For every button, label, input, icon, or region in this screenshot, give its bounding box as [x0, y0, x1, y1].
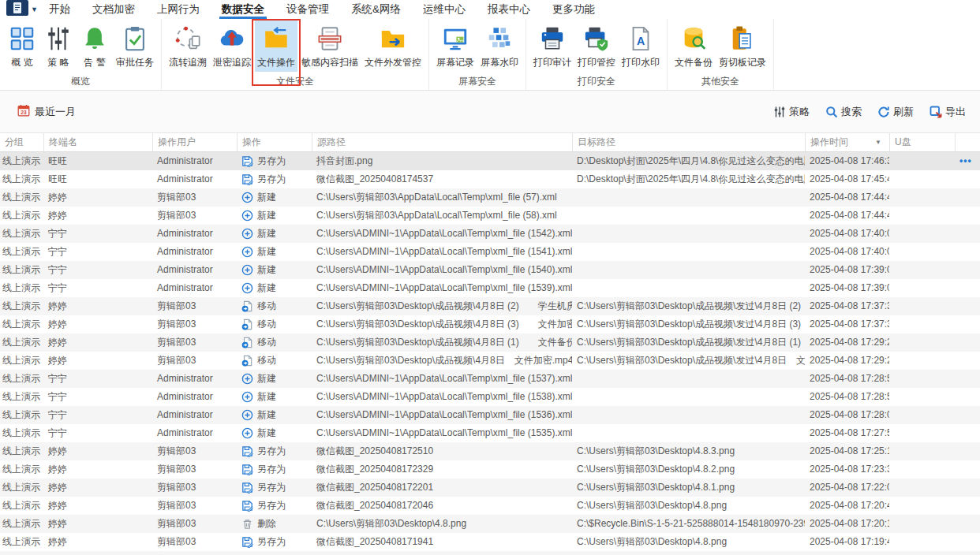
ribbon-button-screen-watermark[interactable]: 屏幕水印 — [478, 20, 521, 72]
cell-target — [572, 279, 805, 297]
table-row[interactable]: 线上演示旺旺Administrator另存为微信截图_2025040817453… — [0, 170, 980, 188]
operation-label: 新建 — [257, 426, 276, 440]
table-row[interactable]: 线上演示宁宁Administrator新建C:\Users\ADMINI~1\A… — [0, 279, 980, 297]
cell-time: 2025-04-08 17:39:03 — [805, 279, 889, 297]
table-row[interactable]: 线上演示宁宁Administrator新建C:\Users\ADMINI~1\A… — [0, 243, 980, 261]
ribbon-button-file-operations[interactable]: 文件操作 — [255, 20, 297, 72]
new-operation-icon — [241, 427, 253, 439]
ribbon-button-clipboard-record[interactable]: 剪切板记录 — [716, 20, 769, 72]
operation-label: 另存为 — [257, 155, 286, 168]
ribbon-button-print-audit[interactable]: 打印审计 — [531, 20, 574, 72]
operation-label: 新建 — [257, 390, 276, 404]
cell-op: 新建 — [237, 388, 312, 406]
operation-label: 移动 — [257, 300, 276, 313]
move-operation-icon — [241, 355, 253, 367]
column-header-source[interactable]: 源路径 — [312, 133, 572, 151]
operation-label: 另存为 — [257, 481, 286, 494]
ribbon-button-policy[interactable]: 策 略 — [41, 20, 76, 72]
ribbon-button-file-backup[interactable]: 文件备份 — [672, 20, 715, 72]
cell-usb — [889, 460, 955, 479]
table-row[interactable]: 线上演示宁宁Administrator新建C:\Users\ADMINI~1\A… — [0, 388, 980, 406]
cell-group: 线上演示 — [0, 225, 43, 243]
table-row[interactable]: 线上演示宁宁Administrator新建C:\Users\ADMINI~1\A… — [0, 261, 980, 279]
table-row[interactable]: 线上演示宁宁Administrator新建C:\Users\ADMINI~1\A… — [0, 225, 980, 243]
table-row[interactable]: 线上演示婷婷剪辑部03移动C:\Users\剪辑部03\Desktop\成品视频… — [0, 315, 980, 333]
ribbon-toolbar: 概 览策 略告 警审批任务概览流转追溯泄密追踪文件操作敏感内容扫描文件外发管控文… — [0, 19, 980, 91]
table-row[interactable]: 线上演示婷婷剪辑部03另存为 — [0, 551, 980, 555]
table-row[interactable]: 线上演示婷婷剪辑部03移动C:\Users\剪辑部03\Desktop\成品视频… — [0, 333, 980, 352]
operation-label: 另存为 — [257, 535, 286, 549]
ribbon-button-approval-tasks[interactable]: 审批任务 — [114, 20, 156, 72]
table-row[interactable]: 线上演示婷婷剪辑部03移动C:\Users\剪辑部03\Desktop\成品视频… — [0, 297, 980, 315]
row-actions-button[interactable]: ••• — [959, 155, 972, 166]
cell-time: 2025-04-08 17:28:59 — [805, 388, 889, 406]
cell-filler — [955, 424, 980, 442]
table-row[interactable]: 线上演示婷婷剪辑部03另存为微信截图_20250408172046C:\User… — [0, 497, 980, 515]
table-row[interactable]: 线上演示婷婷剪辑部03新建C:\Users\剪辑部03\AppData\Loca… — [0, 207, 980, 225]
menu-tab-data-security[interactable]: 数据安全 — [222, 0, 264, 19]
ribbon-button-flow-trace[interactable]: 流转追溯 — [166, 20, 209, 72]
table-row[interactable]: 线上演示婷婷剪辑部03另存为微信截图_20250408172329C:\User… — [0, 460, 980, 479]
column-header-user[interactable]: 操作用户 — [152, 133, 237, 151]
table-row[interactable]: 线上演示婷婷剪辑部03新建C:\Users\剪辑部03\AppData\Loca… — [0, 188, 980, 207]
menu-tab-system-network[interactable]: 系统&网络 — [351, 0, 401, 19]
calendar-icon: 23 — [17, 104, 30, 119]
table-row[interactable]: 线上演示宁宁Administrator新建C:\Users\ADMINI~1\A… — [0, 406, 980, 424]
column-header-label: 操作用户 — [158, 136, 196, 149]
ribbon-button-leak-trace[interactable]: 泄密追踪 — [211, 20, 253, 72]
ribbon-button-print-watermark[interactable]: A打印水印 — [619, 20, 662, 72]
cell-source: 微信截图_20250408172046 — [312, 497, 572, 515]
cell-filler — [955, 442, 980, 460]
search-button[interactable]: 搜索 — [825, 105, 862, 119]
ribbon-button-overview[interactable]: 概 览 — [5, 20, 39, 72]
table-row[interactable]: 线上演示婷婷剪辑部03另存为微信截图_20250408172510C:\User… — [0, 442, 980, 460]
ribbon-button-alert[interactable]: 告 警 — [77, 20, 112, 72]
cell-op: 另存为 — [237, 442, 312, 460]
cell-time: 2025-04-08 17:28:59 — [805, 370, 889, 388]
app-menu-button[interactable]: ▼ — [6, 1, 38, 18]
column-header-label: 操作 — [242, 136, 261, 149]
table-row[interactable]: 线上演示婷婷剪辑部03移动C:\Users\剪辑部03\Desktop\成品视频… — [0, 352, 980, 370]
menu-tab-web-behavior[interactable]: 上网行为 — [157, 0, 200, 19]
cell-target: C:\$Recycle.Bin\S-1-5-21-525888014-15481… — [572, 515, 805, 533]
menu-tab-more-features[interactable]: 更多功能 — [552, 0, 595, 19]
table-row[interactable]: 线上演示旺旺Administrator另存为抖音封面.pngD:\Desktop… — [0, 152, 980, 170]
table-row[interactable]: 线上演示婷婷剪辑部03另存为微信截图_20250408172201C:\User… — [0, 479, 980, 497]
column-header-usb[interactable]: U盘 — [889, 133, 955, 151]
menubar: ▼ 开始文档加密上网行为数据安全设备管理系统&网络运维中心报表中心更多功能 — [0, 0, 980, 19]
table-row[interactable]: 线上演示婷婷剪辑部03删除C:\Users\剪辑部03\Desktop\4.8.… — [0, 515, 980, 533]
cell-terminal: 婷婷 — [43, 315, 152, 333]
column-header-time[interactable]: 操作时间▼ — [805, 133, 889, 151]
cell-target: D:\Desktop\封面\2025年\四月\4.8\你见过这么变态的电脑监..… — [572, 152, 805, 170]
date-range-filter[interactable]: 23 最近一月 — [17, 104, 76, 119]
cell-filler — [955, 388, 980, 406]
cell-filler — [955, 315, 980, 333]
menu-tab-home[interactable]: 开始 — [49, 0, 70, 19]
column-header-terminal[interactable]: 终端名 — [43, 133, 152, 151]
column-header-target[interactable]: 目标路径 — [572, 133, 805, 151]
ribbon-button-sensitive-content-scan[interactable]: 敏感内容扫描 — [299, 20, 361, 72]
export-button[interactable]: 导出 — [930, 105, 966, 119]
table-row[interactable]: 线上演示宁宁Administrator新建C:\Users\ADMINI~1\A… — [0, 370, 980, 388]
table-row[interactable]: 线上演示宁宁Administrator新建C:\Users\ADMINI~1\A… — [0, 424, 980, 442]
column-header-op[interactable]: 操作 — [237, 133, 312, 151]
operation-label: 新建 — [257, 245, 276, 259]
menu-tab-ops-center[interactable]: 运维中心 — [423, 0, 466, 19]
menu-tab-report-center[interactable]: 报表中心 — [488, 0, 530, 19]
table-row[interactable]: 线上演示婷婷剪辑部03另存为微信截图_20250408171941C:\User… — [0, 533, 980, 551]
cell-source: 微信截图_20250408172329 — [312, 460, 572, 479]
cell-target: C:\Users\剪辑部03\Desktop\成品视频\发过\4月8日 (2) … — [572, 297, 805, 315]
menu-tab-device-mgmt[interactable]: 设备管理 — [286, 0, 329, 19]
column-filter-icon[interactable]: ▼ — [875, 139, 885, 146]
ribbon-button-screen-record[interactable]: 屏幕记录 — [434, 20, 477, 72]
refresh-button[interactable]: 刷新 — [877, 105, 914, 119]
cell-time: 2025-04-08 17:46:32 — [805, 152, 889, 170]
menu-tab-doc-encrypt[interactable]: 文档加密 — [92, 0, 135, 19]
ribbon-button-print-control[interactable]: 打印管控 — [575, 20, 618, 72]
ribbon-group-label: 其他安全 — [668, 75, 773, 88]
cell-source: 抖音封面.png — [312, 152, 572, 170]
cell-source: C:\Users\ADMINI~1\AppData\Local\Temp\xml… — [312, 388, 572, 406]
ribbon-button-file-outgoing-control[interactable]: 文件外发管控 — [362, 20, 424, 72]
policy-button[interactable]: 策略 — [773, 105, 810, 119]
column-header-group[interactable]: 分组 — [0, 133, 43, 151]
